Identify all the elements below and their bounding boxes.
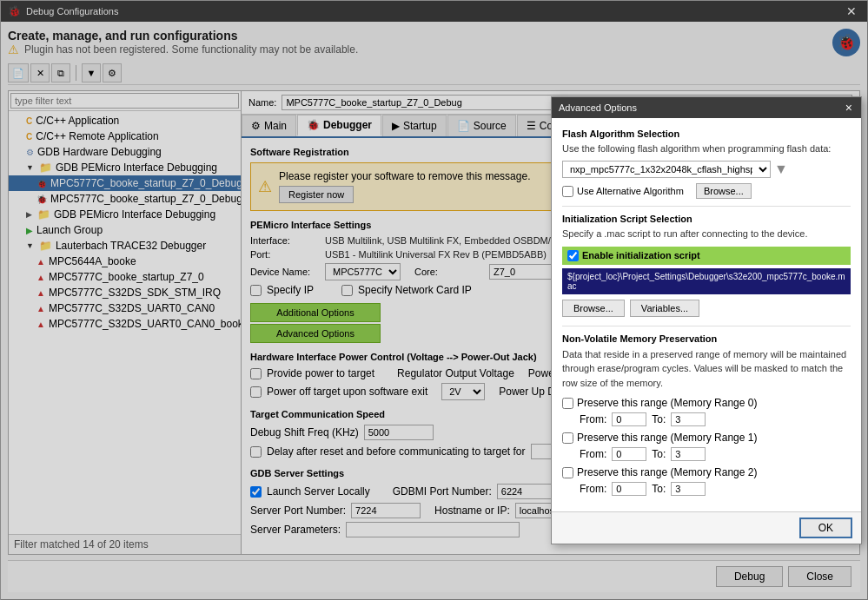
to-label0: To: xyxy=(652,413,666,425)
init-script-desc: Specify a .mac script to run after conne… xyxy=(562,227,851,241)
preserve2-label: Preserve this range (Memory Range 2) xyxy=(577,466,757,478)
use-alt-label: Use Alternative Algorithm xyxy=(577,186,684,196)
preserve2-from-to: From: To: xyxy=(562,482,851,496)
enable-init-label: Enable initialization script xyxy=(582,250,700,260)
script-buttons-row: Browse... Variables... xyxy=(562,300,851,317)
preserve1-from-input[interactable] xyxy=(612,447,646,461)
preserve0-checkbox[interactable] xyxy=(562,398,573,409)
dialog-title-bar: Advanced Options × xyxy=(552,97,861,118)
nv-memory-desc: Data that reside in a preserved range of… xyxy=(562,347,851,391)
nv-memory-title: Non-Volatile Memory Preservation xyxy=(562,333,851,344)
from-label0: From: xyxy=(580,413,606,425)
preserve1-checkbox[interactable] xyxy=(562,432,573,444)
preserve2-checkbox[interactable] xyxy=(562,467,573,478)
use-alt-algo-checkbox[interactable] xyxy=(562,186,573,197)
alt-algo-row: Use Alternative Algorithm Browse... xyxy=(562,183,851,199)
dialog-content: Flash Algorithm Selection Use the follow… xyxy=(552,118,861,511)
preserve0-from-to: From: To: xyxy=(562,412,851,426)
preserve-range-0: Preserve this range (Memory Range 0) Fro… xyxy=(562,397,851,426)
dropdown-arrow-icon: ▼ xyxy=(774,162,788,177)
preserve1-label: Preserve this range (Memory Range 1) xyxy=(577,432,757,444)
init-script-title: Initialization Script Selection xyxy=(562,214,851,224)
enable-init-row: Enable initialization script xyxy=(562,247,851,265)
preserve1-to-input[interactable] xyxy=(671,447,706,461)
variables-button[interactable]: Variables... xyxy=(630,300,699,317)
to-label1: To: xyxy=(652,448,666,460)
browse-script-button[interactable]: Browse... xyxy=(562,300,625,317)
browse-algo-button[interactable]: Browse... xyxy=(696,183,752,199)
from-label2: From: xyxy=(580,483,606,495)
dialog-title-text: Advanced Options xyxy=(559,102,637,113)
flash-algo-row: nxp_mpc5777c_1x32x2048k_cflash_highspeed… xyxy=(562,161,851,178)
flash-algo-select[interactable]: nxp_mpc5777c_1x32x2048k_cflash_highspeed… xyxy=(562,161,771,178)
flash-algo-title: Flash Algorithm Selection xyxy=(562,129,851,139)
preserve2-from-input[interactable] xyxy=(612,482,646,496)
preserve1-from-to: From: To: xyxy=(562,447,851,461)
from-label1: From: xyxy=(580,448,606,460)
script-path-display: ${project_loc}\Project_Settings\Debugger… xyxy=(562,268,851,294)
dialog-overlay: Advanced Options × Flash Algorithm Selec… xyxy=(1,1,868,600)
preserve0-row: Preserve this range (Memory Range 0) xyxy=(562,397,851,409)
advanced-options-dialog: Advanced Options × Flash Algorithm Selec… xyxy=(551,96,862,544)
enable-init-checkbox[interactable] xyxy=(567,250,579,261)
preserve0-to-input[interactable] xyxy=(671,412,706,426)
preserve2-row: Preserve this range (Memory Range 2) xyxy=(562,466,851,478)
dialog-close-button[interactable]: × xyxy=(844,101,854,115)
main-window: 🐞 Debug Configurations ✕ Create, manage,… xyxy=(0,0,868,600)
divider2 xyxy=(562,326,851,326)
preserve2-to-input[interactable] xyxy=(671,482,706,496)
dialog-footer: OK xyxy=(552,511,861,544)
preserve-range-1: Preserve this range (Memory Range 1) Fro… xyxy=(562,432,851,461)
flash-algo-desc: Use the following flash algorithm when p… xyxy=(562,142,851,155)
to-label2: To: xyxy=(652,483,666,495)
preserve0-from-input[interactable] xyxy=(612,412,646,426)
preserve1-row: Preserve this range (Memory Range 1) xyxy=(562,432,851,444)
divider1 xyxy=(562,206,851,207)
dialog-ok-button[interactable]: OK xyxy=(799,518,852,538)
preserve-range-2: Preserve this range (Memory Range 2) Fro… xyxy=(562,466,851,496)
preserve0-label: Preserve this range (Memory Range 0) xyxy=(577,397,757,409)
